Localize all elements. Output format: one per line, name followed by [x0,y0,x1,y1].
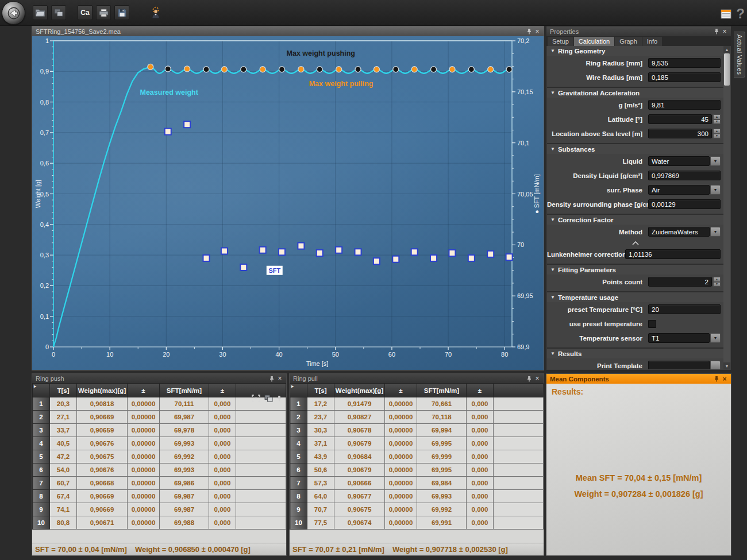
cell[interactable]: 69,993 [160,464,209,477]
cell[interactable]: 0,000 [467,437,494,450]
table-row[interactable]: 1080,80,906710,0000069,9880,000 [33,516,286,530]
close-icon[interactable]: × [276,375,284,383]
surr-phase-dropdown[interactable]: Air [648,185,710,195]
row-number[interactable]: 8 [290,490,307,503]
section-header[interactable]: ▼Temperature usage [547,292,723,302]
table-row[interactable]: 970,70,906750,0000069,9920,000 [290,503,544,516]
focus-selection-icon[interactable] [252,395,260,402]
cell[interactable]: 0,00000 [128,424,160,437]
cell[interactable]: 0,000 [209,397,236,411]
cell[interactable]: 0,00000 [128,516,160,530]
row-number[interactable]: 10 [290,516,307,530]
new-window-button[interactable] [51,5,66,20]
row-number[interactable]: 6 [290,464,307,477]
row-number[interactable]: 2 [290,411,307,424]
sea-level-input[interactable]: 300 [648,129,712,138]
cell[interactable]: 0,00000 [385,424,417,437]
pin-icon[interactable] [277,395,282,401]
cell[interactable]: 0,000 [209,516,236,530]
cell[interactable]: 54,0 [50,464,77,477]
row-number[interactable]: 3 [33,424,50,437]
dropdown-arrow-icon[interactable]: ▼ [710,227,721,237]
cell[interactable]: 0,90676 [77,464,128,477]
cell[interactable]: 69,978 [160,424,209,437]
cell[interactable]: 0,00000 [385,477,417,490]
cell[interactable]: 0,00000 [385,450,417,464]
actual-values-tab[interactable]: Actual Values [734,32,745,78]
cell[interactable]: 80,8 [50,516,77,530]
cell[interactable]: 27,1 [50,411,77,424]
cell[interactable]: 69,984 [417,477,467,490]
cell[interactable]: 69,992 [417,503,467,516]
cell[interactable]: 0,000 [467,464,494,477]
ring-pull-titlebar[interactable]: Ring pull × [290,374,544,383]
cell[interactable]: 33,7 [50,424,77,437]
cell[interactable]: 0,90676 [77,437,128,450]
close-icon[interactable]: × [533,28,541,35]
close-icon[interactable]: × [721,375,729,383]
table-row[interactable]: 974,10,906690,0000069,9870,000 [33,503,286,516]
cell[interactable]: 0,90678 [334,424,385,437]
cell[interactable]: 0,90666 [334,477,385,490]
tab-graph[interactable]: Graph [615,37,642,46]
cell[interactable]: 0,90668 [77,477,128,490]
cell[interactable]: 0,90818 [77,397,128,411]
tab-info[interactable]: Info [642,37,662,46]
help-icon[interactable]: ? [736,7,745,21]
tab-setup[interactable]: Setup [548,37,573,46]
table-row[interactable]: 547,20,906750,0000069,9920,000 [33,450,286,464]
cell[interactable]: 70,111 [160,397,209,411]
section-header[interactable]: ▼Ring Geometry [547,46,723,56]
cell[interactable]: 17,2 [307,397,334,411]
cell[interactable]: 0,00000 [385,516,417,530]
cell[interactable]: 0,90669 [77,411,128,424]
row-number[interactable]: 9 [290,503,307,516]
cell[interactable]: 0,90675 [334,503,385,516]
row-number[interactable]: 2 [33,411,50,424]
cell[interactable]: 0,90679 [334,464,385,477]
pin-icon[interactable] [713,28,721,35]
row-number[interactable]: 7 [290,477,307,490]
cell[interactable]: 70,661 [417,397,467,411]
row-number[interactable]: 7 [33,477,50,490]
browse-button[interactable] [710,361,721,369]
cell[interactable]: 0,00000 [128,503,160,516]
scrollbar-thumb[interactable] [724,53,730,86]
cell[interactable]: 0,000 [467,424,494,437]
table-row[interactable]: 867,40,906690,0000069,9870,000 [33,490,286,503]
section-header[interactable]: ▼Gravitational Acceleration [547,88,723,98]
row-number[interactable]: 4 [33,437,50,450]
dropdown-arrow-icon[interactable]: ▼ [710,185,721,195]
latitude-input[interactable]: 45 [648,114,712,124]
cell[interactable]: 0,90679 [334,437,385,450]
table-row[interactable]: 437,10,906790,0000069,9950,000 [290,437,544,450]
cell[interactable]: 69,987 [160,503,209,516]
cell[interactable]: 0,000 [209,437,236,450]
cell[interactable]: 0,00000 [128,437,160,450]
chart-window-titlebar[interactable]: SFTRing_154756_Save2.mea × [32,26,544,36]
row-number[interactable]: 9 [33,503,50,516]
cell[interactable]: 0,90677 [334,490,385,503]
cell[interactable]: 0,90827 [334,411,385,424]
cell[interactable]: 69,999 [417,450,467,464]
scroll-up-icon[interactable]: ▲ [723,46,730,53]
spin-down-icon[interactable]: ▼ [713,134,721,139]
copy-windows-icon[interactable] [264,395,273,402]
table-row[interactable]: 223,70,908270,0000070,1180,000 [290,411,544,424]
cell[interactable]: 0,00000 [385,464,417,477]
dropdown-arrow-icon[interactable]: ▼ [710,333,721,343]
cell[interactable]: 0,00000 [128,397,160,411]
cell[interactable]: 0,90669 [77,490,128,503]
table-row[interactable]: 760,70,906680,0000069,9860,000 [33,477,286,490]
cell[interactable]: 0,00000 [128,411,160,424]
collapse-chevron[interactable] [547,239,723,247]
table-row[interactable]: 864,00,906770,0000069,9930,000 [290,490,544,503]
properties-scrollbar[interactable]: ▲ ▼ [723,46,730,369]
spin-down-icon[interactable]: ▼ [713,119,721,125]
cell[interactable]: 0,000 [467,503,494,516]
cell[interactable]: 0,91479 [334,397,385,411]
table-row[interactable]: 543,90,906840,0000069,9990,000 [290,450,544,464]
open-folder-button[interactable] [33,5,48,20]
row-number[interactable]: 4 [290,437,307,450]
table-row[interactable]: 227,10,906690,0000069,9870,000 [33,411,286,424]
